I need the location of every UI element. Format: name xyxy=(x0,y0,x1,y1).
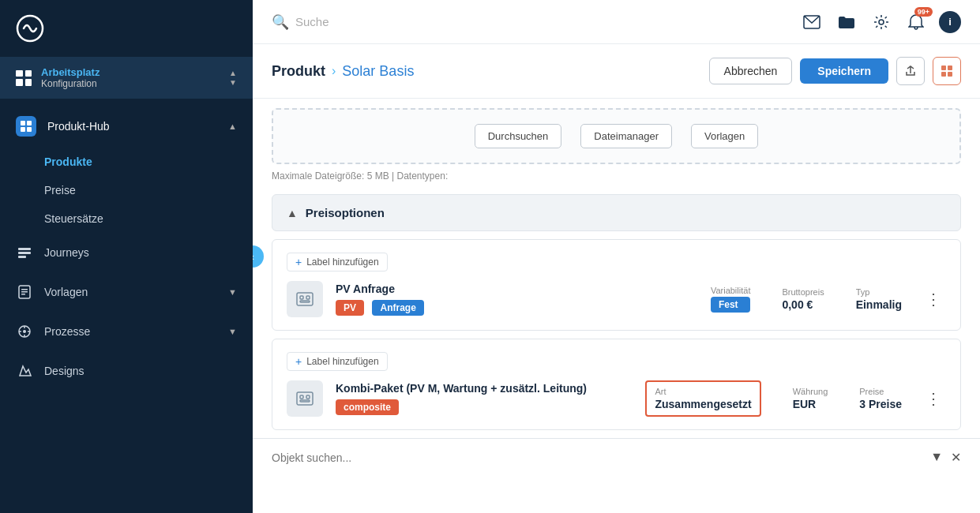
file-info-text: Maximale Dateigröße: 5 MB | Datentypen: xyxy=(272,170,961,182)
workspace-title: Arbeitsplatz xyxy=(41,66,100,78)
page-header: Produkt › Solar Basis Abbrechen Speicher… xyxy=(253,44,980,99)
topbar: 🔍 Suche xyxy=(253,0,980,44)
svg-rect-2 xyxy=(27,121,32,125)
notification-badge: 99+ xyxy=(914,7,933,17)
breadcrumb-root: Produkt xyxy=(272,63,325,80)
price-card-content-2: Kombi-Paket (PV M, Wartung + zusätzl. Le… xyxy=(287,380,946,417)
variability-value: Fest xyxy=(711,297,751,313)
sidebar-item-journeys[interactable]: Journeys xyxy=(0,233,253,272)
svg-rect-26 xyxy=(300,301,310,302)
breadcrumb-separator-icon: › xyxy=(332,64,336,78)
main-content: 🔍 Suche xyxy=(253,0,980,513)
email-icon[interactable] xyxy=(800,10,824,34)
chevron-down-icon[interactable]: ▼ xyxy=(930,450,943,465)
type-label: Typ xyxy=(856,287,902,297)
art-group-highlighted: Art Zusammengesetzt xyxy=(645,380,760,417)
search-input[interactable]: Suche xyxy=(295,15,329,28)
svg-rect-25 xyxy=(300,296,303,299)
content-area: Durchsuchen Dateimanager Vorlagen Maxima… xyxy=(253,99,980,513)
object-search-input[interactable] xyxy=(272,451,924,464)
folder-icon[interactable] xyxy=(835,10,858,34)
type-value: Einmalig xyxy=(856,298,902,311)
topbar-icons: 99+ i xyxy=(800,10,961,34)
sidebar-item-prozesse-label: Prozesse xyxy=(44,325,217,338)
currency-value: EUR xyxy=(793,398,828,410)
svg-rect-9 xyxy=(21,289,28,290)
notification-bell-icon[interactable]: 99+ xyxy=(904,10,928,34)
share-button[interactable] xyxy=(896,57,925,85)
plus-icon: + xyxy=(295,355,302,368)
currency-label: Währung xyxy=(793,387,828,396)
svg-rect-29 xyxy=(300,395,303,399)
svg-rect-27 xyxy=(306,296,310,299)
workspace-switcher[interactable]: Arbeitsplatz Konfiguration ▲ ▼ xyxy=(0,57,253,99)
variability-label: Variabilität xyxy=(711,286,751,295)
svg-rect-21 xyxy=(948,66,952,70)
svg-rect-5 xyxy=(18,248,31,250)
search-icon: 🔍 xyxy=(272,13,289,31)
price-value: 0,00 € xyxy=(782,298,824,311)
save-button[interactable]: Speichern xyxy=(800,58,888,84)
produkthub-sub-menu: Produkte Preise Steuersätze xyxy=(0,148,253,233)
card-menu-button-1[interactable]: ⋮ xyxy=(921,286,946,312)
designs-icon xyxy=(16,362,33,380)
sidebar: Arbeitsplatz Konfiguration ▲ ▼ Produkt-H… xyxy=(0,0,253,513)
gear-icon[interactable] xyxy=(869,10,893,34)
variability-group: Variabilität Fest xyxy=(711,286,751,313)
workspace-text: Arbeitsplatz Konfiguration xyxy=(41,66,100,89)
sidebar-item-produkte[interactable]: Produkte xyxy=(0,148,253,176)
price-card-info-2: Kombi-Paket (PV M, Wartung + zusätzl. Le… xyxy=(336,382,633,415)
grid-view-button[interactable] xyxy=(933,57,961,85)
sidebar-item-designs[interactable]: Designs xyxy=(0,351,253,391)
close-icon[interactable]: ✕ xyxy=(951,450,961,465)
svg-point-19 xyxy=(879,20,884,24)
svg-rect-24 xyxy=(297,293,313,305)
svg-rect-4 xyxy=(27,127,32,132)
browse-button[interactable]: Durchsuchen xyxy=(475,124,562,148)
chevron-down-icon: ▼ xyxy=(229,79,237,87)
sidebar-item-vorlagen[interactable]: Vorlagen ▼ xyxy=(0,272,253,312)
cancel-button[interactable]: Abbrechen xyxy=(709,58,793,84)
price-group: Bruttopreis 0,00 € xyxy=(782,287,824,311)
templates-button[interactable]: Vorlagen xyxy=(691,124,758,148)
info-icon[interactable]: i xyxy=(939,11,961,33)
search-area: 🔍 Suche xyxy=(272,13,787,31)
sidebar-logo xyxy=(0,0,253,57)
card-menu-button-2[interactable]: ⋮ xyxy=(921,386,946,411)
workspace-subtitle: Konfiguration xyxy=(41,78,100,89)
svg-rect-22 xyxy=(941,72,946,77)
breadcrumb: Produkt › Solar Basis xyxy=(272,63,700,80)
file-upload-area: Durchsuchen Dateimanager Vorlagen xyxy=(272,108,961,164)
currency-group: Währung EUR xyxy=(793,387,828,410)
svg-rect-7 xyxy=(18,256,26,258)
add-label-button-2[interactable]: + Label hinzufügen xyxy=(287,352,388,371)
header-actions: Abbrechen Speichern xyxy=(709,57,961,85)
prices-label: Preise xyxy=(859,387,902,396)
badge-composite: composite xyxy=(336,399,399,415)
sidebar-item-preise[interactable]: Preise xyxy=(0,176,253,204)
breadcrumb-current: Solar Basis xyxy=(342,63,414,80)
sidebar-item-steuersaetze[interactable]: Steuersätze xyxy=(0,204,253,233)
product-thumbnail-1 xyxy=(287,281,323,317)
preisoptionen-section-header[interactable]: ▲ Preisoptionen xyxy=(272,194,961,231)
price-card-info-1: PV Anfrage PV Anfrage xyxy=(336,283,698,316)
sidebar-item-prozesse[interactable]: Prozesse ▼ xyxy=(0,312,253,351)
svg-rect-28 xyxy=(297,392,313,405)
prices-value: 3 Preise xyxy=(859,398,902,410)
chevron-up-icon: ▲ xyxy=(229,69,237,77)
sidebar-item-produkthub[interactable]: Produkt-Hub ▲ xyxy=(0,105,253,148)
svg-rect-30 xyxy=(300,400,310,402)
svg-rect-6 xyxy=(18,252,31,254)
price-card-pv-anfrage: + Label hinzufügen PV Anfrage PV xyxy=(272,239,961,331)
price-label: Bruttopreis xyxy=(782,287,824,297)
add-label-button-1[interactable]: + Label hinzufügen xyxy=(287,253,388,271)
svg-point-13 xyxy=(23,330,26,333)
svg-rect-20 xyxy=(941,66,946,70)
prices-group: Preise 3 Preise xyxy=(859,387,902,410)
workspace-chevrons: ▲ ▼ xyxy=(229,69,237,87)
filemanager-button[interactable]: Dateimanager xyxy=(580,124,672,148)
product-thumbnail-2 xyxy=(287,380,323,417)
chevron-down-icon: ▼ xyxy=(228,287,237,297)
workspace-grid-icon xyxy=(16,70,32,86)
workspace-left: Arbeitsplatz Konfiguration xyxy=(16,66,100,89)
